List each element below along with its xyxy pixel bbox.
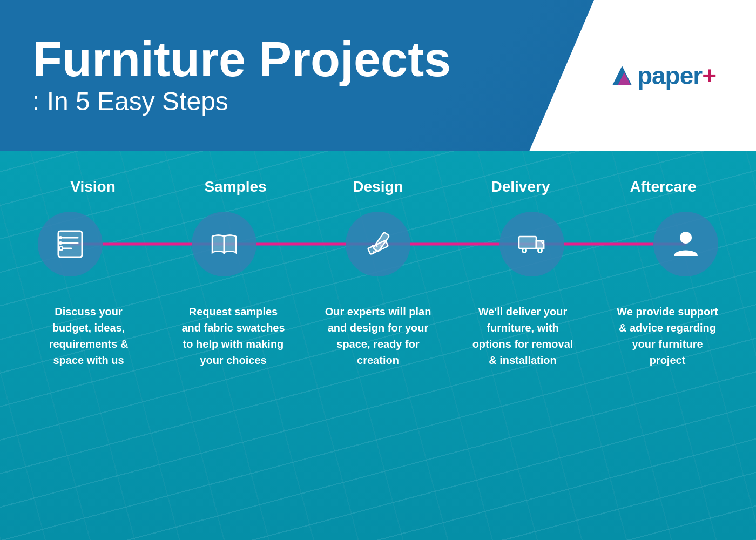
label-design: Design [324, 178, 432, 195]
svg-rect-2 [58, 231, 82, 257]
label-aftercare: Aftercare [609, 178, 717, 195]
circle-samples [192, 212, 256, 276]
logo: paper+ [612, 61, 716, 90]
logo-area: paper+ [572, 0, 756, 151]
desc-design: Our experts will plan and design for you… [324, 303, 432, 368]
svg-point-7 [59, 241, 62, 245]
header: Furniture Projects : In 5 Easy Steps pap… [0, 0, 756, 151]
svg-point-18 [539, 249, 541, 252]
circle-aftercare [653, 212, 718, 276]
samples-icon [208, 228, 240, 260]
label-samples: Samples [181, 178, 289, 195]
timeline [38, 212, 718, 276]
svg-point-16 [523, 249, 525, 252]
page-title: Furniture Projects [32, 35, 451, 84]
design-icon [362, 228, 394, 260]
header-text: Furniture Projects : In 5 Easy Steps [32, 35, 451, 116]
step-labels: Vision Samples Design Delivery Aftercare [0, 178, 756, 195]
desc-delivery: We'll deliver your furniture, with optio… [469, 303, 577, 368]
step-descriptions: Discuss your budget, ideas, requirements… [0, 303, 756, 368]
circle-design [346, 212, 410, 276]
vision-icon [54, 228, 86, 260]
steps-container: Vision Samples Design Delivery Aftercare [0, 151, 756, 540]
desc-samples: Request samples and fabric swatches to h… [179, 303, 287, 368]
desc-vision: Discuss your budget, ideas, requirements… [35, 303, 143, 368]
main-section: Vision Samples Design Delivery Aftercare [0, 151, 756, 540]
svg-point-6 [59, 236, 62, 239]
logo-name: paper [637, 62, 702, 90]
logo-plus: + [702, 62, 716, 90]
circle-vision [38, 212, 103, 276]
label-delivery: Delivery [467, 178, 575, 195]
page-subtitle: : In 5 Easy Steps [32, 86, 451, 116]
svg-rect-14 [519, 237, 536, 248]
logo-icon [612, 66, 632, 85]
circle-delivery [500, 212, 564, 276]
delivery-icon [516, 228, 548, 260]
label-vision: Vision [39, 178, 147, 195]
aftercare-icon [670, 228, 702, 260]
logo-text: paper+ [637, 61, 716, 90]
desc-aftercare: We provide support & advice regarding yo… [613, 303, 721, 368]
svg-point-20 [680, 232, 692, 244]
